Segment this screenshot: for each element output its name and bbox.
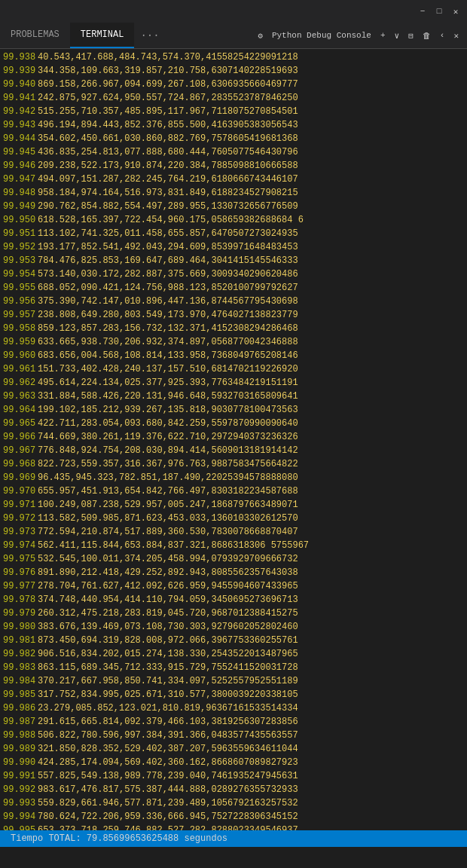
line-number: 99.946 xyxy=(3,159,38,173)
line-number: 99.989 xyxy=(3,742,38,756)
line-data: 113.582,509.985,871.623,453.033,13601033… xyxy=(38,512,298,525)
table-row: 99.981873.450,694.319,828.008,972.066,39… xyxy=(0,634,467,647)
line-number: 99.938 xyxy=(3,50,38,64)
close-button[interactable]: ✕ xyxy=(450,6,461,17)
line-data: 683.656,004.568,108.814,133.958,73680497… xyxy=(38,349,298,362)
split-terminal-button[interactable]: ⊟ xyxy=(404,29,417,42)
line-data: 375.390,742.147,010.896,447.136,87445677… xyxy=(38,295,298,308)
maximize-button[interactable]: □ xyxy=(434,6,444,17)
table-row: 99.959633.665,938.730,206.932,374.897,05… xyxy=(0,335,467,349)
table-row: 99.960683.656,004.568,108.814,133.958,73… xyxy=(0,349,467,362)
table-row: 99.965422.711,283.054,093.680,842.259,55… xyxy=(0,417,467,430)
line-number: 99.939 xyxy=(3,64,38,78)
table-row: 99.980383.676,139.469,073.108,730.303,92… xyxy=(0,620,467,634)
status-bar: Tiempo TOTAL: 79.85699653625488 segundos xyxy=(0,830,467,847)
table-row: 99.964199.102,185.212,939.267,135.818,90… xyxy=(0,403,467,417)
line-data: 260.312,475.218,283.819,045.720,96870123… xyxy=(38,607,298,620)
line-data: 506.822,780.596,997.384,391.366,04835774… xyxy=(38,729,298,742)
line-data: 344.358,109.663,319.857,210.758,63071402… xyxy=(38,64,298,78)
table-row: 99.957238.808,649.280,803.549,173.970,47… xyxy=(0,308,467,322)
line-number: 99.976 xyxy=(3,566,38,579)
line-number: 99.949 xyxy=(3,200,38,213)
line-number: 99.994 xyxy=(3,810,38,824)
line-data: 374.748,440.954,414.110,794.059,34506952… xyxy=(38,593,298,607)
table-row: 99.961151.733,402.428,240.137,157.510,68… xyxy=(0,362,467,376)
line-data: 496.194,894.443,852.376,855.500,41639053… xyxy=(38,118,298,132)
line-number: 99.987 xyxy=(3,715,38,729)
line-number: 99.964 xyxy=(3,403,38,417)
table-row: 99.991557.825,549.138,989.778,239.040,74… xyxy=(0,769,467,783)
terminal-content[interactable]: 99.93840.543,417.688,484.743,574.370,415… xyxy=(0,49,467,830)
table-row: 99.989321.850,828.352,529.402,387.207,59… xyxy=(0,742,467,756)
tab-actions: ⚙ Python Debug Console + ∨ ⊟ 🗑 ‹ ✕ xyxy=(254,29,467,42)
fwd-close-button[interactable]: ✕ xyxy=(450,29,462,42)
line-data: 494.097,151.287,282.245,764.219,61806667… xyxy=(38,173,298,186)
line-data: 209.238,522.173,910.874,220.384,78850988… xyxy=(38,159,298,173)
table-row: 99.956375.390,742.147,010.896,447.136,87… xyxy=(0,295,467,308)
add-more-button[interactable]: ∨ xyxy=(391,29,404,42)
line-number: 99.969 xyxy=(3,471,38,484)
table-row: 99.940869.158,266.967,094.699,267.108,63… xyxy=(0,78,467,91)
table-row: 99.971100.249,087.238,529.957,005.247,18… xyxy=(0,498,467,512)
line-data: 906.516,834.202,015.274,138.330,25435220… xyxy=(38,647,298,661)
line-number: 99.978 xyxy=(3,593,38,607)
line-data: 532.545,100.011,374.205,458.994,07939297… xyxy=(38,552,298,566)
debug-console-title: Python Debug Console xyxy=(268,29,375,41)
line-number: 99.940 xyxy=(3,78,38,91)
table-row: 99.951113.102,741.325,011.458,655.857,64… xyxy=(0,227,467,240)
table-row: 99.978374.748,440.954,414.110,794.059,34… xyxy=(0,593,467,607)
table-row: 99.948958.184,974.164,516.973,831.849,61… xyxy=(0,186,467,200)
table-row: 99.972113.582,509.985,871.623,453.033,13… xyxy=(0,512,467,525)
table-row: 99.984370.217,667.958,850.741,334.097,52… xyxy=(0,674,467,688)
minimize-button[interactable]: − xyxy=(417,6,428,17)
table-row: 99.942515.255,710.357,485.895,117.967,71… xyxy=(0,105,467,118)
line-data: 23.279,085.852,123.021,810.819,963671615… xyxy=(38,701,298,715)
line-data: 573.140,030.172,282.887,375.669,30093402… xyxy=(38,267,298,281)
line-data: 744.669,380.261,119.376,622.710,29729403… xyxy=(38,430,298,444)
line-number: 99.982 xyxy=(3,647,38,661)
line-data: 100.249,087.238,529.957,005.247,18687976… xyxy=(38,498,298,512)
table-row: 99.992983.617,476.817,575.387,444.888,02… xyxy=(0,783,467,796)
line-number: 99.951 xyxy=(3,227,38,240)
line-number: 99.943 xyxy=(3,118,38,132)
tab-problems[interactable]: PROBLEMAS xyxy=(0,23,70,48)
table-row: 99.968822.723,559.357,316.367,976.763,98… xyxy=(0,457,467,471)
add-terminal-button[interactable]: + xyxy=(377,29,389,41)
line-number: 99.988 xyxy=(3,729,38,742)
table-row: 99.945436.835,254.813,077.888,680.444,76… xyxy=(0,145,467,159)
table-row: 99.947494.097,151.287,282.245,764.219,61… xyxy=(0,173,467,186)
line-data: 40.543,417.688,484.743,574.370,415582542… xyxy=(38,50,298,64)
line-data: 655.957,451.913,654.842,766.497,83031822… xyxy=(38,484,298,498)
line-data: 515.255,710.357,485.895,117.967,71180752… xyxy=(38,105,298,118)
line-number: 99.972 xyxy=(3,512,38,525)
line-number: 99.958 xyxy=(3,322,38,335)
line-data: 559.829,661.946,577.871,239.489,10567921… xyxy=(38,796,298,810)
tab-terminal[interactable]: TERMINAL xyxy=(70,23,135,48)
line-number: 99.974 xyxy=(3,539,38,552)
table-row: 99.979260.312,475.218,283.819,045.720,96… xyxy=(0,607,467,620)
table-row: 99.941242.875,927.624,950.557,724.867,28… xyxy=(0,91,467,105)
line-number: 99.968 xyxy=(3,457,38,471)
line-data: 370.217,667.958,850.741,334.097,52525579… xyxy=(38,674,298,688)
back-button[interactable]: ‹ xyxy=(436,29,449,41)
table-row: 99.995653.373,718.259,746.882,527.282,82… xyxy=(0,824,467,830)
line-data: 780.624,722.206,959.336,666.945,75272283… xyxy=(38,810,298,824)
line-number: 99.961 xyxy=(3,362,38,376)
tab-bar: PROBLEMAS TERMINAL ··· ⚙ Python Debug Co… xyxy=(0,23,467,49)
title-bar: − □ ✕ xyxy=(0,0,467,23)
line-data: 776.848,924.754,208.030,894.414,56090131… xyxy=(38,444,298,457)
tab-more-button[interactable]: ··· xyxy=(134,23,165,48)
line-data: 772.594,210.874,517.889,360.530,78300786… xyxy=(38,525,298,539)
line-number: 99.941 xyxy=(3,91,38,105)
table-row: 99.950618.528,165.397,722.454,960.175,05… xyxy=(0,213,467,227)
line-number: 99.950 xyxy=(3,213,38,227)
table-row: 99.96996.435,945.323,782.851,187.490,220… xyxy=(0,471,467,484)
line-data: 688.052,090.421,124.756,988.123,85201007… xyxy=(38,281,298,295)
table-row: 99.966744.669,380.261,119.376,622.710,29… xyxy=(0,430,467,444)
table-row: 99.93840.543,417.688,484.743,574.370,415… xyxy=(0,50,467,64)
delete-terminal-button[interactable]: 🗑 xyxy=(419,29,435,42)
line-number: 99.981 xyxy=(3,634,38,647)
line-number: 99.945 xyxy=(3,145,38,159)
line-data: 633.665,938.730,206.932,374.897,05687700… xyxy=(38,335,298,349)
line-number: 99.957 xyxy=(3,308,38,322)
